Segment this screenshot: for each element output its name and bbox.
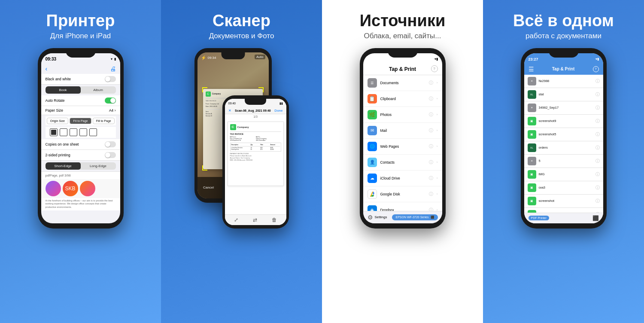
scan-front-time: 09:40 bbox=[228, 102, 236, 105]
file-info-3[interactable]: ⓘ bbox=[595, 105, 600, 111]
close-scan-btn[interactable]: ✕ bbox=[228, 109, 231, 113]
printer-badge[interactable]: EPSON WF-3720 Series ⬛ bbox=[392, 214, 437, 220]
source-documents[interactable]: ≡ Documents ⓘ › bbox=[363, 75, 442, 91]
book-option[interactable]: Book bbox=[46, 86, 81, 94]
source-icloud[interactable]: ☁ iCloud Drive ⓘ › bbox=[363, 171, 442, 186]
help-icon[interactable]: ? bbox=[431, 65, 438, 72]
papersize-row[interactable]: Paper Size A4 › bbox=[41, 106, 120, 115]
cancel-button[interactable]: Cancel bbox=[203, 186, 214, 189]
layout-16up[interactable] bbox=[89, 128, 97, 136]
filename-6: orders bbox=[539, 146, 593, 149]
done-btn[interactable]: Done bbox=[274, 109, 283, 113]
phone-files: 23:27 ▾▮ ☰ Tap & Print ? ≡ №2988 ⓘ bbox=[521, 48, 607, 229]
copies-toggle[interactable] bbox=[105, 141, 116, 147]
sources-status-icons: ▾▮ bbox=[434, 57, 438, 61]
filter-icon[interactable]: ⇄ bbox=[253, 217, 257, 223]
file-item-6[interactable]: XL orders ⓘ bbox=[524, 141, 603, 155]
file-item-4[interactable]: ▣ screenshot9 ⓘ bbox=[524, 115, 603, 128]
source-clipboard[interactable]: 📋 Clipboard ⓘ › bbox=[363, 91, 442, 107]
layout-1up[interactable] bbox=[50, 128, 58, 136]
file-info-1[interactable]: ⓘ bbox=[595, 78, 600, 84]
file-item-3[interactable]: ≡ 34982_Sep17 ⓘ bbox=[524, 101, 603, 115]
phone-sources: ▾▮ Tap & Print ? ≡ Documents ⓘ › 📋 Clipb… bbox=[360, 48, 446, 229]
short-edge-btn[interactable]: Short-Edge bbox=[46, 162, 81, 170]
auto-label: Auto bbox=[255, 55, 265, 59]
contacts-label: Contacts bbox=[380, 160, 425, 165]
back-icon[interactable]: ‹ bbox=[46, 65, 48, 72]
info-icon-2[interactable]: ⓘ bbox=[429, 96, 433, 102]
info-icon-8[interactable]: ⓘ bbox=[429, 191, 433, 197]
file-info-bar: pdfPage, pdf 3/98 bbox=[41, 171, 120, 179]
file-info-5[interactable]: ⓘ bbox=[595, 131, 600, 137]
file-info-9[interactable]: ⓘ bbox=[595, 185, 600, 191]
twosided-label: 2-sided printing bbox=[46, 153, 70, 157]
album-option[interactable]: Album bbox=[81, 86, 116, 94]
files-footer: PDF Printer ⬛ bbox=[524, 213, 603, 223]
files-help-icon[interactable]: ? bbox=[593, 66, 599, 72]
chevron-6: › bbox=[437, 160, 438, 164]
fit-to-page-btn[interactable]: Fit to Page bbox=[70, 118, 91, 124]
info-icon-3[interactable]: ⓘ bbox=[429, 112, 433, 118]
print-queue-icon: ⬛ bbox=[431, 216, 434, 219]
panel-printer: Принтер Для iPhone и iPad 09:33 ▾ ▮ ‹ 🖨 bbox=[0, 0, 161, 323]
documents-icon: ≡ bbox=[368, 78, 377, 88]
settings-row[interactable]: ⚙ Settings bbox=[368, 214, 387, 221]
bw-toggle[interactable] bbox=[105, 76, 116, 82]
delete-icon[interactable]: 🗑 bbox=[272, 217, 277, 223]
file-item-9[interactable]: ▣ ска3 ⓘ bbox=[524, 181, 603, 195]
pdf-printer-label: PDF Printer bbox=[531, 216, 547, 219]
file-icon-8: ▣ bbox=[528, 170, 536, 179]
source-webpages[interactable]: 🌐 Web Pages ⓘ › bbox=[363, 139, 442, 155]
clipboard-icon: 📋 bbox=[368, 94, 377, 104]
printer-icon[interactable]: 🖨 bbox=[110, 65, 116, 72]
file-item-5[interactable]: ▣ screenshot5 ⓘ bbox=[524, 128, 603, 141]
file-icon-10: ▣ bbox=[528, 197, 536, 205]
phone-screen-3: ▾▮ Tap & Print ? ≡ Documents ⓘ › 📋 Clipb… bbox=[363, 53, 442, 223]
settings-icon: ⚙ bbox=[368, 214, 373, 221]
panel-subtitle-2: Документов и Фото bbox=[209, 32, 274, 40]
file-item-7[interactable]: ≡ 5 ⓘ bbox=[524, 155, 603, 168]
fill-to-page-btn[interactable]: Fill to Page bbox=[93, 118, 115, 124]
phone-notch-3 bbox=[388, 48, 418, 58]
origin-size-btn[interactable]: Origin Size bbox=[47, 118, 69, 124]
info-icon-1[interactable]: ⓘ bbox=[429, 80, 433, 86]
phone-screen-1: 09:33 ▾ ▮ ‹ 🖨 Black and white bbox=[41, 53, 120, 223]
twosided-toggle[interactable] bbox=[105, 152, 116, 158]
orientation-control[interactable]: Book Album bbox=[46, 86, 116, 94]
sources-app-name: Tap & Print bbox=[389, 66, 416, 72]
bw-row: Black and white bbox=[41, 74, 120, 85]
file-item-8[interactable]: ▣ IMG ⓘ bbox=[524, 168, 603, 181]
file-item-1[interactable]: ≡ №2988 ⓘ bbox=[524, 75, 603, 88]
layout-2up[interactable] bbox=[60, 128, 67, 136]
source-photos[interactable]: 🌿 Photos ⓘ › bbox=[363, 107, 442, 123]
autorotate-row: Auto Rotate bbox=[41, 95, 120, 106]
info-icon-4[interactable]: ⓘ bbox=[429, 128, 433, 134]
file-info-4[interactable]: ⓘ bbox=[595, 118, 600, 124]
file-info-2[interactable]: ⓘ bbox=[595, 91, 600, 98]
info-icon-6[interactable]: ⓘ bbox=[429, 159, 433, 165]
description-text: At the forefront of building offices – o… bbox=[41, 198, 120, 210]
pdf-printer-badge[interactable]: PDF Printer bbox=[529, 216, 550, 220]
file-item-2[interactable]: XL stat ⓘ bbox=[524, 88, 603, 101]
layout-9up[interactable] bbox=[79, 128, 87, 136]
chevron-2: › bbox=[437, 97, 438, 101]
info-icon-5[interactable]: ⓘ bbox=[429, 143, 433, 149]
file-item-10[interactable]: ▣ screenshot ⓘ bbox=[524, 195, 603, 208]
source-mail[interactable]: ✉ Mail ⓘ › bbox=[363, 123, 442, 139]
info-icon-7[interactable]: ⓘ bbox=[429, 175, 433, 181]
scan-battery: ▮▮ bbox=[279, 102, 283, 105]
hamburger-icon[interactable]: ☰ bbox=[529, 66, 534, 73]
layout-4up[interactable] bbox=[70, 128, 77, 136]
autorotate-toggle[interactable] bbox=[105, 98, 116, 104]
source-googledisk[interactable]: Google Disk ⓘ › bbox=[363, 186, 442, 202]
long-edge-btn[interactable]: Long-Edge bbox=[81, 162, 116, 170]
crop-icon[interactable]: ⤢ bbox=[234, 217, 238, 223]
file-info-7[interactable]: ⓘ bbox=[595, 158, 600, 164]
file-icon-6: XL bbox=[528, 143, 536, 152]
source-contacts[interactable]: 👤 Contacts ⓘ › bbox=[363, 155, 442, 171]
file-info-8[interactable]: ⓘ bbox=[595, 171, 600, 177]
file-info-10[interactable]: ⓘ bbox=[595, 198, 600, 204]
phone-notch-4 bbox=[549, 48, 579, 58]
file-info-6[interactable]: ⓘ bbox=[595, 145, 600, 151]
printer-app-screen: 09:33 ▾ ▮ ‹ 🖨 Black and white bbox=[41, 53, 120, 223]
